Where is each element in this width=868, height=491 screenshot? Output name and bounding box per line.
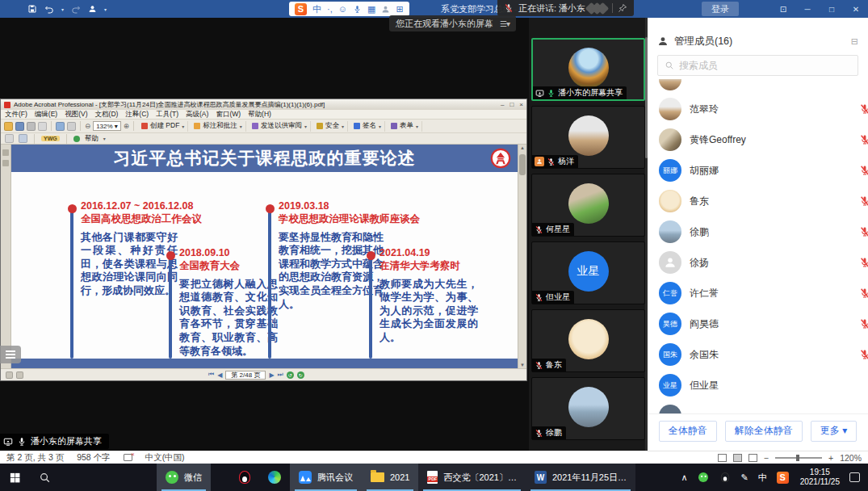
restore-button[interactable]: □ [820,0,844,18]
pin-icon[interactable] [618,3,627,13]
zoom-in-icon[interactable]: ⊕ [124,122,129,130]
plugin-button[interactable]: YWG [41,136,60,141]
taskbar-clock[interactable]: 19:15 2021/11/25 [794,468,846,487]
member-row[interactable]: 徐鹏 [648,216,868,247]
start-button[interactable] [0,464,30,491]
comment-markup-button[interactable]: 标注和批注▾ [191,121,246,132]
print-layout-icon[interactable] [733,454,742,462]
video-strip-scrollbar[interactable] [645,18,648,451]
ime-punctuation-icon[interactable]: ·, [327,5,333,14]
minimize-button[interactable]: ─ [795,0,820,18]
secure-button[interactable]: 安全▾ [313,121,348,132]
tray-wechat-icon[interactable] [692,471,715,484]
banner-menu-icon[interactable]: ☰▾ [500,19,509,28]
acrobat-close-button[interactable]: × [519,101,523,108]
language-indicator[interactable]: 中文(中国) [145,452,185,464]
send-for-review-button[interactable]: 发送以供审阅▾ [249,121,311,132]
open-icon[interactable] [4,122,13,131]
menu-window[interactable]: 窗口(W) [216,110,241,120]
member-row[interactable]: 范翠玲 [648,94,868,124]
tray-qq-icon[interactable] [715,471,736,484]
acrobat-titlebar[interactable]: Adobe Acrobat Professional - [支部学习(11月24… [1,99,526,110]
prev-page-icon[interactable]: ◀ [217,371,222,379]
muted-mic-icon[interactable] [859,165,868,176]
taskbar-meeting[interactable]: 腾讯会议 [290,464,362,491]
sidebar-collapse-button[interactable] [0,346,21,363]
save-icon[interactable] [27,4,37,14]
member-search-input[interactable] [679,60,851,71]
next-view-icon[interactable]: ↻ [297,371,304,379]
member-row-partial[interactable] [648,79,868,94]
video-tile[interactable]: 业星 但业星 [531,241,645,304]
qat-customize-caret-icon[interactable]: ▾ [104,6,107,12]
save-icon[interactable] [15,122,24,131]
zoom-level-box[interactable]: 132% ▾ [93,121,121,131]
member-row[interactable]: 鲁东 [648,186,868,216]
member-search-box[interactable] [657,55,858,76]
ime-profile-icon[interactable] [381,5,390,14]
video-tile[interactable]: 潘小东的屏幕共享 [531,38,645,101]
muted-mic-icon[interactable] [859,257,868,268]
status-icon[interactable] [6,371,13,379]
touch-mode-icon[interactable] [88,4,97,14]
muted-mic-icon[interactable] [859,287,868,299]
tray-sogou-icon[interactable]: S [772,472,794,484]
member-row[interactable]: 业星 但业星 [648,370,868,401]
muted-mic-icon[interactable] [859,195,868,207]
ime-emoji-icon[interactable]: ☺ [338,5,347,14]
tray-expand-icon[interactable]: ∧ [676,472,692,483]
taskbar-folder[interactable]: 2021 [362,464,418,491]
status-icon[interactable] [16,371,23,379]
first-page-icon[interactable]: ⏮ [208,371,214,379]
taskbar-pdf-doc[interactable]: PDF 西交党〔2021〕… [418,464,525,491]
email-icon[interactable] [38,122,47,131]
taskbar-wechat[interactable]: 微信 [157,464,211,491]
mute-all-button[interactable]: 全体静音 [659,421,717,442]
member-row[interactable]: 黄锋Geoffrey [648,124,868,155]
help-icon[interactable] [73,136,80,142]
muted-mic-icon[interactable] [859,134,868,145]
undo-caret-icon[interactable]: ▾ [61,6,64,12]
video-tile[interactable]: 何星星 [531,174,645,237]
ribbon-display-options-button[interactable]: ⊡ [771,0,795,18]
acrobat-minimize-button[interactable]: – [501,101,504,108]
tray-pen-icon[interactable]: ✎ [736,472,753,483]
menu-view[interactable]: 视图(V) [65,110,87,120]
taskbar-word-doc[interactable]: W 2021年11月25日… [526,464,635,491]
page-tool-icon[interactable] [5,134,14,143]
page-info[interactable]: 第 2 页, 共 3 页 [6,452,64,464]
member-row-partial[interactable] [648,401,868,413]
member-row[interactable]: 仁誉 许仁誉 [648,278,868,308]
menu-edit[interactable]: 编辑(E) [35,110,57,120]
taskbar-qq[interactable] [230,464,259,491]
tray-ime-lang[interactable]: 中 [753,472,772,484]
action-center-icon[interactable] [849,472,860,482]
panel-layout-icon[interactable]: ⊟ [851,36,858,47]
select-tool-icon[interactable] [67,122,76,131]
ime-lang-toggle[interactable]: 中 [312,5,321,14]
undo-icon[interactable] [44,4,54,14]
sogou-logo-icon[interactable]: S [295,3,307,15]
acrobat-nav-tabs[interactable] [1,145,11,368]
menu-comments[interactable]: 注释(C) [125,110,149,120]
pdf-scrollbar[interactable]: ▲▼ [518,145,526,368]
page-indicator[interactable]: 第 2/48 页 [225,371,266,380]
zoom-out-icon[interactable]: − [764,453,769,463]
muted-mic-icon[interactable] [859,103,868,115]
print-icon[interactable] [27,122,36,131]
acrobat-restore-button[interactable]: □ [509,101,514,108]
sign-button[interactable]: 签名▾ [350,121,385,132]
ime-mic-icon[interactable] [353,5,362,14]
muted-mic-icon[interactable] [859,318,868,329]
menu-document[interactable]: 文档(D) [95,110,119,120]
help-button[interactable]: 帮助 [85,134,99,144]
redo-icon[interactable] [71,4,81,14]
taskbar-search-button[interactable] [30,464,60,491]
read-mode-icon[interactable] [718,454,727,462]
video-tile[interactable]: 鲁东 [531,309,645,372]
member-row[interactable]: 丽娜 胡丽娜 [648,155,868,186]
member-row[interactable]: 国朱 余国朱 [648,339,868,370]
last-page-icon[interactable]: ⏭ [278,371,283,379]
taskbar-edge[interactable] [259,464,290,491]
hand-tool-icon[interactable] [56,122,65,131]
